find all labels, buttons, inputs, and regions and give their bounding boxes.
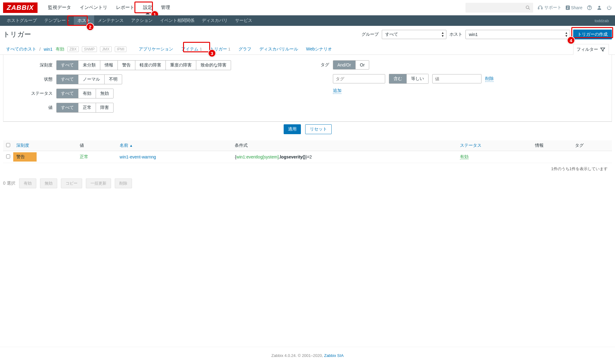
tab-applications[interactable]: アプリケーション	[136, 44, 176, 54]
row-checkbox[interactable]	[6, 154, 10, 158]
filter-panel: 深刻度 すべて 未分類 情報 警告 軽度の障害 重度の障害 致命的な障害 状態 …	[3, 55, 612, 122]
sub-nav: ホストグループ テンプレート ホスト メンテナンス アクション イベント相関関係…	[0, 15, 615, 26]
topnav-configuration[interactable]: 設定	[139, 1, 157, 14]
value-ok[interactable]: 正常	[78, 103, 96, 112]
breadcrumb-all-hosts[interactable]: すべてのホスト	[6, 46, 36, 52]
tab-items-count: 1	[200, 47, 202, 51]
sev-disaster[interactable]: 致命的な障害	[196, 61, 231, 70]
tag-andor[interactable]: And/Or	[333, 61, 356, 69]
table-row: 警告 正常 win1-event-warnng {win1:eventlog[s…	[3, 151, 612, 163]
state-group: すべて ノーマル 不明	[56, 74, 122, 84]
subnav-maintenance[interactable]: メンテナンス	[94, 15, 127, 26]
topnav-monitoring[interactable]: 監視データ	[44, 1, 75, 14]
svg-rect-3	[541, 8, 542, 9]
subnav-hostgroups[interactable]: ホストグループ	[3, 15, 41, 26]
chip-ipmi: IPMI	[115, 46, 127, 52]
value-group: すべて 正常 障害	[56, 103, 114, 113]
breadcrumb-host[interactable]: win1	[44, 47, 53, 52]
sev-average[interactable]: 軽度の障害	[135, 61, 166, 70]
tag-add-link[interactable]: 追加	[333, 88, 341, 94]
funnel-icon	[600, 47, 605, 52]
value-all[interactable]: すべて	[57, 103, 78, 112]
subnav-actions[interactable]: アクション	[127, 15, 156, 26]
tag-contains[interactable]: 含む	[389, 74, 407, 83]
row-expression: {win1:eventlog[system].logseverity()}=2	[232, 151, 457, 163]
state-all[interactable]: すべて	[57, 75, 78, 84]
group-select[interactable]: すべて ▲▼	[382, 30, 446, 39]
state-normal[interactable]: ノーマル	[78, 75, 105, 84]
col-status[interactable]: ステータス	[457, 140, 532, 151]
state-label: 状態	[28, 77, 53, 82]
sev-info[interactable]: 情報	[100, 61, 118, 70]
topnav-administration[interactable]: 管理	[157, 1, 174, 14]
chevron-updown-icon: ▲▼	[441, 31, 444, 38]
severity-badge: 警告	[13, 152, 37, 162]
svg-rect-2	[538, 8, 539, 9]
tag-or[interactable]: Or	[356, 61, 369, 69]
select-all-checkbox[interactable]	[6, 143, 10, 147]
trigger-name-link[interactable]: win1-event-warnng	[120, 154, 156, 159]
filter-toggle[interactable]: フィルター	[573, 44, 609, 55]
subnav-templates[interactable]: テンプレート	[41, 15, 74, 26]
tab-web[interactable]: Webシナリオ	[304, 44, 335, 54]
bulk-massupdate-button[interactable]: 一括更新	[86, 178, 111, 188]
bulk-disable-button[interactable]: 無効	[40, 178, 57, 188]
top-nav: 監視データ インベントリ レポート 設定 管理	[44, 1, 174, 14]
tab-discovery[interactable]: ディスカバリルール	[257, 44, 301, 54]
col-severity[interactable]: 深刻度	[13, 140, 77, 151]
sev-high[interactable]: 重度の障害	[166, 61, 196, 70]
bulk-delete-button[interactable]: 削除	[115, 178, 132, 188]
value-problem[interactable]: 障害	[96, 103, 113, 112]
host-label: ホスト	[449, 32, 462, 37]
host-tabs: すべてのホスト / win1 有効 ZBX SNMP JMX IPMI アプリケ…	[0, 42, 615, 55]
host-select[interactable]: win1 ▲▼	[465, 30, 570, 39]
subnav-discovery[interactable]: ディスカバリ	[198, 15, 231, 26]
expr-host-link[interactable]: win1:eventlog[system]	[236, 154, 279, 159]
headset-icon	[537, 5, 543, 10]
value-label: 値	[28, 105, 53, 110]
tag-equals[interactable]: 等しい	[407, 74, 428, 83]
topnav-reports[interactable]: レポート	[112, 1, 139, 14]
sev-notclassified[interactable]: 未分類	[78, 61, 100, 70]
bulk-enable-button[interactable]: 有効	[19, 178, 36, 188]
group-value: すべて	[385, 32, 398, 37]
tab-items[interactable]: アイテム 1	[179, 44, 204, 54]
share-link[interactable]: Z Share	[566, 5, 582, 10]
filter-label: フィルター	[577, 47, 598, 52]
tab-graphs[interactable]: グラフ	[236, 44, 254, 54]
search-input[interactable]	[465, 3, 533, 13]
create-trigger-button[interactable]: トリガーの作成	[573, 30, 612, 39]
topnav-inventory[interactable]: インベントリ	[75, 1, 112, 14]
row-value: 正常	[80, 154, 88, 159]
sev-warning[interactable]: 警告	[118, 61, 135, 70]
support-link[interactable]: サポート	[537, 5, 561, 10]
tag-name-input[interactable]	[333, 74, 385, 83]
status-enabled[interactable]: 有効	[78, 89, 96, 98]
tab-triggers[interactable]: トリガー 1	[207, 44, 233, 54]
svg-line-1	[529, 8, 530, 10]
col-name[interactable]: 名前 ▲	[117, 140, 232, 151]
filter-col-right: タグ And/Or Or 含む 等しい 削除 追加	[317, 60, 587, 117]
tag-value-input[interactable]	[432, 74, 481, 83]
power-icon[interactable]	[606, 5, 612, 10]
tag-remove-link[interactable]: 削除	[485, 76, 494, 82]
subnav-eventcorr[interactable]: イベント相関関係	[156, 15, 198, 26]
help-icon[interactable]	[587, 5, 592, 10]
bulk-copy-button[interactable]: コピー	[61, 178, 82, 188]
search-icon[interactable]	[525, 5, 531, 11]
state-unknown[interactable]: 不明	[105, 75, 122, 84]
user-icon[interactable]	[597, 5, 602, 10]
status-all[interactable]: すべて	[57, 89, 78, 98]
subnav-user[interactable]: toddzab	[595, 18, 612, 23]
sev-all[interactable]: すべて	[57, 61, 78, 70]
selected-count: 0 選択	[3, 181, 15, 186]
trigger-table: 深刻度 値 名前 ▲ 条件式 ステータス 情報 タグ 警告 正常 win1-ev…	[3, 140, 612, 163]
apply-button[interactable]: 適用	[284, 124, 301, 134]
filter-actions: 適用 リセット	[3, 122, 612, 136]
reset-button[interactable]: リセット	[305, 124, 332, 134]
status-disabled[interactable]: 無効	[96, 89, 113, 98]
subnav-hosts[interactable]: ホスト	[74, 15, 94, 26]
subnav-services[interactable]: サービス	[231, 15, 256, 26]
severity-group: すべて 未分類 情報 警告 軽度の障害 重度の障害 致命的な障害	[56, 60, 231, 70]
row-status-link[interactable]: 有効	[460, 154, 469, 159]
